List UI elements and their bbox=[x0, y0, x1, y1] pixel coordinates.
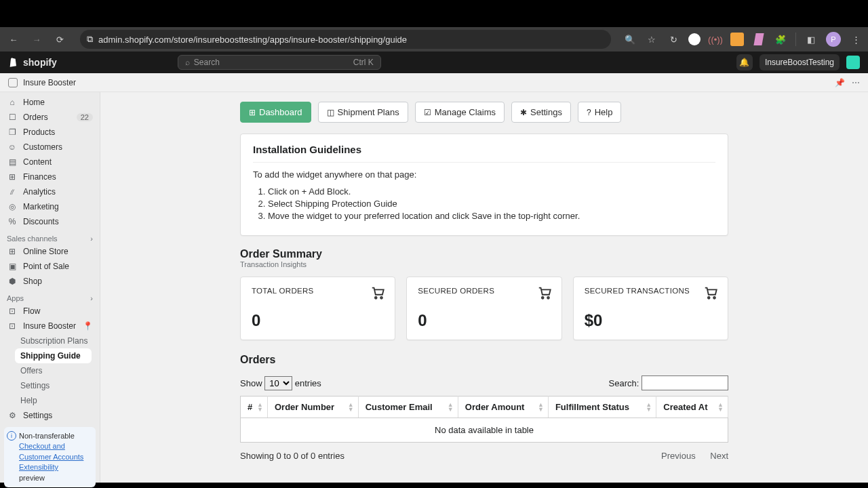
col-createdat[interactable]: Created At▲▼ bbox=[656, 396, 728, 418]
next-button[interactable]: Next bbox=[710, 451, 728, 461]
shopify-brand-text: shopify bbox=[23, 57, 57, 68]
extensions-icon[interactable]: 🧩 bbox=[774, 33, 787, 46]
back-button[interactable]: ← bbox=[5, 31, 22, 47]
sidebar-item-discounts[interactable]: %Discounts bbox=[0, 214, 100, 229]
app-title: Insure Booster bbox=[23, 78, 76, 87]
col-customeremail[interactable]: Customer Email▲▼ bbox=[358, 396, 458, 418]
install-steps: Click on + Add Block.Select Shipping Pro… bbox=[268, 186, 715, 221]
app-subnav-help[interactable]: Help bbox=[20, 393, 100, 408]
stat-label: SECURED ORDERS bbox=[418, 287, 550, 295]
sidebar-current-app[interactable]: ⊡ Insure Booster 📍 bbox=[0, 319, 100, 333]
sidebar-item-orders[interactable]: ☐Orders22 bbox=[0, 110, 100, 125]
sidebar-item-label: Home bbox=[23, 98, 45, 107]
cart-icon bbox=[703, 285, 718, 302]
nav-icon: ☺ bbox=[7, 142, 18, 152]
pin-icon[interactable]: 📍 bbox=[83, 321, 93, 331]
tab-manage-claims[interactable]: ☑Manage Claims bbox=[415, 102, 505, 123]
sidebar-item-analytics[interactable]: ⫽Analytics bbox=[0, 184, 100, 199]
shopify-logo[interactable]: shopify bbox=[8, 57, 57, 68]
chevron-right-icon[interactable]: › bbox=[90, 294, 93, 302]
sort-icon: ▲▼ bbox=[348, 403, 354, 412]
profile-avatar[interactable]: P bbox=[826, 32, 841, 47]
tab-label: Manage Claims bbox=[435, 107, 496, 117]
col-fulfillmentstatus[interactable]: Fulfillment Status▲▼ bbox=[548, 396, 656, 418]
app-subnav-subscription-plans[interactable]: Subscription Plans bbox=[20, 333, 100, 348]
prev-button[interactable]: Previous bbox=[661, 451, 696, 461]
extension-3-icon[interactable] bbox=[730, 33, 744, 46]
bookmark-icon[interactable]: ☆ bbox=[645, 33, 658, 46]
chevron-right-icon[interactable]: › bbox=[90, 235, 93, 243]
tab-settings[interactable]: ✱Settings bbox=[511, 102, 571, 123]
sidebar-item-customers[interactable]: ☺Customers bbox=[0, 140, 100, 155]
app-tabs: ⊞Dashboard◫Shipment Plans☑Manage Claims✱… bbox=[240, 102, 728, 123]
extension-1-icon[interactable] bbox=[688, 33, 701, 45]
sidebar-channel-point-of-sale[interactable]: ▣Point of Sale bbox=[0, 259, 100, 274]
sidebar-item-content[interactable]: ▤Content bbox=[0, 155, 100, 169]
reload-button[interactable]: ⟳ bbox=[52, 31, 68, 47]
col-[interactable]: #▲▼ bbox=[241, 396, 268, 418]
sort-icon: ▲▼ bbox=[448, 403, 454, 412]
store-avatar[interactable] bbox=[846, 56, 860, 69]
sidebar-channel-online-store[interactable]: ⊞Online Store bbox=[0, 244, 100, 259]
channel-icon: ⊞ bbox=[7, 247, 18, 256]
install-step: Select Shipping Protection Guide bbox=[268, 199, 715, 209]
sidebar-app-flow[interactable]: ⊡Flow bbox=[0, 304, 100, 319]
tab-shipment-plans[interactable]: ◫Shipment Plans bbox=[318, 102, 408, 123]
sort-icon: ▲▼ bbox=[257, 403, 263, 412]
col-orderamount[interactable]: Order Amount▲▼ bbox=[458, 396, 548, 418]
tab-dashboard[interactable]: ⊞Dashboard bbox=[240, 102, 311, 123]
address-bar[interactable]: ⧉ admin.shopify.com/store/insureboosttes… bbox=[80, 30, 611, 49]
install-panel: Installation Guidelines To add the widge… bbox=[240, 134, 728, 236]
kebab-menu-icon[interactable]: ⋮ bbox=[849, 33, 863, 46]
sidebar-item-finances[interactable]: ⊞Finances bbox=[0, 169, 100, 184]
pin-icon[interactable]: 📌 bbox=[835, 78, 845, 87]
forward-button[interactable]: → bbox=[28, 31, 45, 47]
sidebar-settings[interactable]: ⚙ Settings bbox=[0, 408, 100, 423]
tab-help[interactable]: ?Help bbox=[578, 102, 621, 123]
more-icon[interactable]: ⋯ bbox=[852, 78, 860, 87]
global-search[interactable]: ⌕ Search Ctrl K bbox=[178, 55, 381, 70]
nav-icon: ⌂ bbox=[7, 98, 18, 107]
nav-icon: ☐ bbox=[7, 113, 18, 122]
table-footer: Showing 0 to 0 of 0 entries Previous Nex… bbox=[240, 451, 728, 461]
col-ordernumber[interactable]: Order Number▲▼ bbox=[268, 396, 359, 418]
sidebar-channel-shop[interactable]: ⬢Shop bbox=[0, 274, 100, 289]
notice-link[interactable]: Checkout and Customer Accounts Extensibi… bbox=[19, 442, 83, 471]
table-empty-row: No data available in table bbox=[241, 418, 728, 443]
entries-select[interactable]: 10 bbox=[264, 376, 292, 390]
shopify-topbar: shopify ⌕ Search Ctrl K 🔔 InsureBoostTes… bbox=[0, 52, 868, 73]
notice-title: Non-transferable bbox=[19, 432, 75, 440]
nav-icon: ▤ bbox=[7, 157, 18, 167]
zoom-icon[interactable]: 🔍 bbox=[623, 33, 637, 46]
app-subnav-shipping-guide[interactable]: Shipping Guide bbox=[15, 348, 92, 363]
install-step: Click on + Add Block. bbox=[268, 186, 715, 197]
gear-icon: ⚙ bbox=[7, 411, 18, 420]
table-search-input[interactable] bbox=[642, 375, 728, 390]
cart-icon bbox=[370, 285, 385, 302]
sidebar-item-home[interactable]: ⌂Home bbox=[0, 95, 100, 110]
ext-reload-icon[interactable]: ↻ bbox=[667, 33, 680, 46]
sidepanel-icon[interactable]: ◧ bbox=[804, 33, 818, 46]
sidebar-item-label: Analytics bbox=[23, 187, 56, 197]
stat-label: SECURED TRANSACTIONS bbox=[585, 287, 717, 295]
sidebar-notice[interactable]: i Non-transferable Checkout and Customer… bbox=[4, 427, 96, 487]
nav-icon: ⊞ bbox=[7, 172, 18, 182]
sidebar-current-app-label: Insure Booster bbox=[23, 321, 76, 331]
store-switcher[interactable]: InsureBoostTesting bbox=[760, 54, 840, 70]
summary-sub: Transaction Insights bbox=[240, 260, 728, 268]
extension-4-icon[interactable] bbox=[752, 33, 766, 46]
notifications-button[interactable]: 🔔 bbox=[736, 54, 753, 70]
sidebar-item-products[interactable]: ❐Products bbox=[0, 125, 100, 140]
sidebar-item-label: Customers bbox=[23, 142, 62, 152]
svg-point-5 bbox=[713, 297, 715, 299]
search-shortcut: Ctrl K bbox=[353, 58, 374, 67]
sidebar-item-label: Discounts bbox=[23, 217, 59, 226]
extension-2-icon[interactable]: ((•)) bbox=[709, 33, 722, 46]
search-placeholder: Search bbox=[194, 58, 220, 67]
svg-point-2 bbox=[542, 297, 544, 299]
app-subnav-offers[interactable]: Offers bbox=[20, 363, 100, 378]
tab-icon: ✱ bbox=[520, 108, 527, 117]
sidebar-item-marketing[interactable]: ◎Marketing bbox=[0, 199, 100, 214]
app-subnav-settings[interactable]: Settings bbox=[20, 378, 100, 393]
sidebar-badge: 22 bbox=[77, 113, 93, 121]
